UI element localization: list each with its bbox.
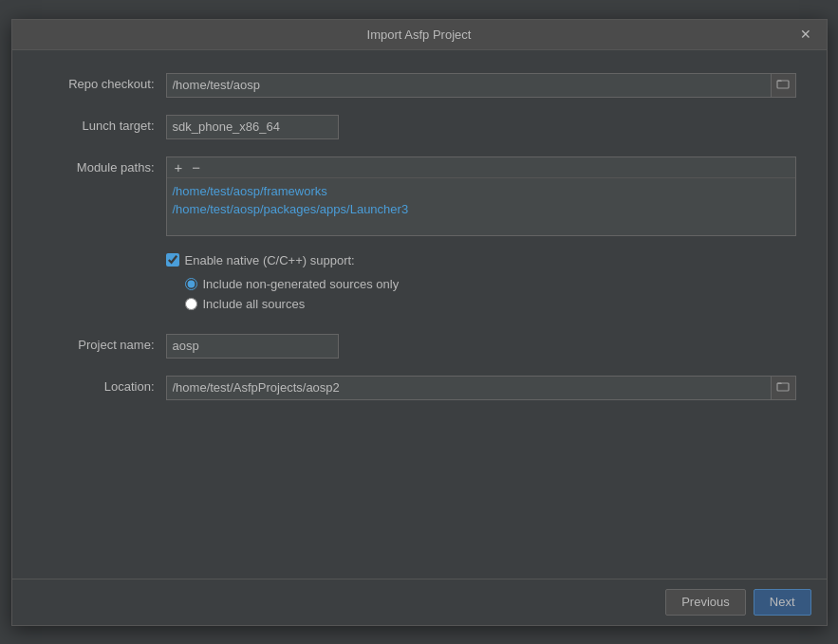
lunch-target-input[interactable] <box>166 115 339 139</box>
svg-rect-1 <box>777 383 789 391</box>
repo-checkout-browse-btn[interactable] <box>772 73 796 98</box>
location-row: Location: <box>43 376 796 400</box>
dialog-body: Repo checkout: Lunch ta <box>12 50 827 579</box>
module-paths-label: Module paths: <box>43 156 166 175</box>
module-paths-toolbar: + − <box>167 157 795 178</box>
location-input-group <box>166 376 796 400</box>
lunch-target-control <box>166 115 796 139</box>
repo-checkout-row: Repo checkout: <box>43 73 796 98</box>
remove-module-path-btn[interactable]: − <box>190 160 202 175</box>
project-name-control <box>166 334 796 359</box>
repo-checkout-label: Repo checkout: <box>43 73 166 91</box>
include-non-generated-radio[interactable] <box>185 278 197 290</box>
repo-checkout-input[interactable] <box>166 73 772 98</box>
import-asfp-dialog: Import Asfp Project ✕ Repo checkout: <box>11 19 828 626</box>
lunch-target-label: Lunch target: <box>43 115 166 133</box>
title-bar: Import Asfp Project ✕ <box>12 20 827 50</box>
repo-checkout-input-group <box>166 73 796 98</box>
folder-icon <box>776 77 790 93</box>
previous-button[interactable]: Previous <box>665 589 746 616</box>
module-path-item[interactable]: /home/test/aosp/packages/apps/Launcher3 <box>173 200 790 218</box>
location-control <box>166 376 796 400</box>
include-all-sources-label[interactable]: Include all sources <box>203 297 306 311</box>
include-non-generated-label[interactable]: Include non-generated sources only <box>203 277 400 291</box>
module-paths-list: /home/test/aosp/frameworks /home/test/ao… <box>167 178 795 235</box>
enable-native-label[interactable]: Enable native (C/C++) support: <box>185 253 355 267</box>
include-non-generated-row: Include non-generated sources only <box>185 277 796 291</box>
dialog-title: Import Asfp Project <box>43 28 796 42</box>
add-module-path-btn[interactable]: + <box>173 160 185 175</box>
project-name-label: Project name: <box>43 334 166 352</box>
include-all-row: Include all sources <box>185 297 796 311</box>
module-paths-box: + − /home/test/aosp/frameworks /home/tes… <box>166 156 796 236</box>
location-input[interactable] <box>166 376 772 400</box>
enable-native-checkbox[interactable] <box>166 253 179 267</box>
module-path-item[interactable]: /home/test/aosp/frameworks <box>173 182 790 200</box>
native-support-section: Enable native (C/C++) support: Include n… <box>166 253 796 317</box>
enable-native-row: Enable native (C/C++) support: <box>166 253 796 267</box>
include-all-sources-radio[interactable] <box>185 298 197 310</box>
repo-checkout-control <box>166 73 796 98</box>
close-button[interactable]: ✕ <box>796 28 815 41</box>
folder-icon <box>776 379 790 396</box>
location-browse-btn[interactable] <box>772 376 796 400</box>
project-name-input[interactable] <box>166 334 339 359</box>
dialog-footer: Previous Next <box>12 579 827 625</box>
module-paths-row: Module paths: + − /home/test/aosp/framew… <box>43 156 796 236</box>
svg-rect-0 <box>777 81 789 88</box>
next-button[interactable]: Next <box>754 589 811 616</box>
lunch-target-row: Lunch target: <box>43 115 796 139</box>
module-paths-control: + − /home/test/aosp/frameworks /home/tes… <box>166 156 796 236</box>
location-label: Location: <box>43 376 166 394</box>
project-name-row: Project name: <box>43 334 796 359</box>
